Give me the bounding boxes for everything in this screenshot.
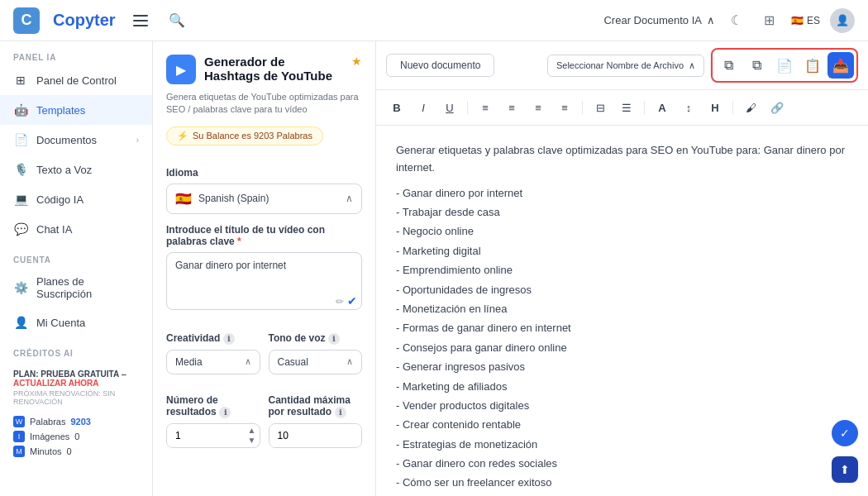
idioma-select[interactable]: 🇪🇸 Spanish (Spain) ∧ — [166, 184, 362, 214]
toolbar-divider-1 — [467, 101, 468, 114]
tool-title: Generador de Hashtags de YouTube — [204, 55, 343, 83]
header: C Copyter 🔍 Crear Documento IA ∧ ☾ ⊞ 🇪🇸 … — [0, 0, 868, 41]
list-item: - Ideas de negocios online — [396, 493, 848, 496]
file-selector[interactable]: Seleccionar Nombre de Archivo ∧ — [547, 55, 704, 77]
file-selector-label: Seleccionar Nombre de Archivo — [556, 60, 684, 70]
cantidad-info-icon[interactable]: ℹ — [335, 407, 346, 418]
sidebar-item-documentos[interactable]: 📄 Documentos › — [0, 125, 152, 155]
link-button[interactable]: 🔗 — [766, 97, 788, 118]
tono-select[interactable]: Casual ∧ — [269, 350, 363, 374]
idioma-value: Spanish (Spain) — [198, 193, 339, 204]
sidebar-item-texto-a-voz[interactable]: 🎙️ Texto a Voz — [0, 155, 152, 184]
sidebar-item-planes[interactable]: ⚙️ Planes de Suscripción — [0, 268, 152, 308]
plan-free-label: PLAN: — [13, 370, 41, 379]
align-right-button[interactable]: ≡ — [527, 97, 549, 118]
brush-button[interactable]: 🖌 — [740, 97, 761, 118]
search-icon: 🔍 — [169, 12, 185, 28]
planes-icon: ⚙️ — [13, 280, 28, 295]
align-center-button[interactable]: ≡ — [501, 97, 522, 118]
sidebar-item-panel-control[interactable]: ⊞ Panel de Control — [0, 65, 152, 95]
num-resultados-info-icon[interactable]: ℹ — [219, 407, 231, 418]
heading-button[interactable]: H — [704, 97, 726, 118]
sidebar-label-chat-ia: Chat IA — [36, 223, 139, 236]
line-height-button[interactable]: ↕ — [678, 97, 699, 118]
tool-icon: ▶ — [166, 55, 196, 84]
fab-up-button[interactable]: ⬆ — [832, 456, 858, 483]
editor-panel: Nuevo documento Seleccionar Nombre de Ar… — [376, 41, 868, 496]
new-document-tab[interactable]: Nuevo documento — [386, 54, 494, 77]
grid-button[interactable]: ⊞ — [758, 9, 781, 32]
crear-documento-button[interactable]: Crear Documento IA ∧ — [603, 14, 715, 26]
palabras-icon: W — [13, 416, 25, 427]
font-size-button[interactable]: A — [651, 97, 673, 118]
check-icon: ✔ — [347, 294, 357, 308]
creatividad-select[interactable]: Media ∧ — [166, 350, 260, 374]
doc-button-2[interactable]: 📋 — [799, 52, 826, 79]
download-button[interactable]: 📥 — [827, 52, 854, 79]
app-name: Copyter — [53, 11, 116, 30]
list-item: - Emprendimiento online — [396, 260, 848, 279]
copy-doc-button-1[interactable]: ⧉ — [715, 52, 742, 79]
unordered-list-button[interactable]: ☰ — [616, 97, 637, 118]
editor-top-bar: Nuevo documento Seleccionar Nombre de Ar… — [376, 41, 868, 90]
cantidad-input[interactable] — [269, 424, 362, 447]
num-resultados-label: Número de resultados ℹ — [166, 394, 260, 418]
cuenta-label: CUENTA — [0, 244, 152, 268]
creatividad-info-icon[interactable]: ℹ — [223, 333, 235, 345]
bold-button[interactable]: B — [386, 97, 408, 118]
align-justify-button[interactable]: ≡ — [554, 97, 575, 118]
crear-label: Crear Documento IA — [603, 14, 702, 26]
num-resultados-input[interactable] — [167, 424, 245, 447]
sidebar-item-chat-ia[interactable]: 💬 Chat IA — [0, 214, 152, 244]
chevron-up-icon: ∧ — [245, 356, 251, 367]
list-item: - Formas de ganar dinero en internet — [396, 318, 848, 337]
hamburger-icon — [130, 12, 151, 30]
search-button[interactable]: 🔍 — [165, 9, 188, 32]
plan-upgrade-button[interactable]: ACTUALIZAR AHORA — [13, 379, 99, 388]
ordered-list-button[interactable]: ⊟ — [589, 97, 611, 118]
cuenta-icon: 👤 — [13, 315, 28, 330]
num-resultados-down[interactable]: ▼ — [248, 436, 256, 446]
underline-button[interactable]: U — [439, 97, 460, 118]
fab-check-button[interactable]: ✓ — [832, 420, 858, 446]
user-avatar[interactable]: 👤 — [830, 8, 855, 33]
hamburger-menu[interactable] — [129, 9, 152, 32]
header-right: Crear Documento IA ∧ ☾ ⊞ 🇪🇸 ES 👤 — [603, 8, 855, 33]
editor-content[interactable]: Generar etiquetas y palabras clave optim… — [376, 126, 868, 496]
list-item: - Estrategias de monetización — [396, 435, 848, 454]
titulo-input[interactable] — [166, 252, 362, 310]
avatar-icon: 👤 — [836, 14, 849, 26]
chevron-up-icon: ∧ — [689, 60, 695, 71]
imagenes-value: 0 — [74, 432, 79, 441]
align-left-button[interactable]: ≡ — [475, 97, 496, 118]
sidebar-item-mi-cuenta[interactable]: 👤 Mi Cuenta — [0, 308, 152, 337]
dark-mode-button[interactable]: ☾ — [725, 9, 748, 32]
list-item: - Generar ingresos pasivos — [396, 357, 848, 376]
cantidad-col: Cantidad máxima por resultado ℹ — [269, 384, 363, 448]
imagenes-label: Imágenes — [30, 432, 69, 441]
num-cantidad-row: Número de resultados ℹ ▲ ▼ Cantidad máxi… — [166, 384, 362, 448]
tono-label: Tono de voz ℹ — [269, 332, 363, 345]
copy-doc-button-2[interactable]: ⧉ — [743, 52, 770, 79]
star-icon[interactable]: ★ — [351, 55, 362, 68]
sidebar-item-codigo-ia[interactable]: 💻 Código IA — [0, 184, 152, 214]
language-selector[interactable]: 🇪🇸 ES — [791, 15, 820, 26]
sidebar-label-codigo-ia: Código IA — [36, 193, 139, 206]
idioma-label: Idioma — [166, 167, 362, 179]
cantidad-input-wrap — [269, 423, 363, 448]
tono-info-icon[interactable]: ℹ — [328, 333, 340, 345]
tono-value: Casual — [278, 356, 308, 368]
imagenes-icon: I — [13, 431, 25, 442]
chevron-up-icon: ∧ — [707, 14, 715, 26]
list-item: - Trabajar desde casa — [396, 203, 848, 222]
list-item: - Monetización en línea — [396, 299, 848, 318]
doc-button-1[interactable]: 📄 — [771, 52, 798, 79]
plan-free-badge: PRUEBA GRATUITA — [41, 370, 119, 379]
italic-button[interactable]: I — [413, 97, 434, 118]
flag-icon: 🇪🇸 — [791, 15, 804, 26]
num-resultados-up[interactable]: ▲ — [248, 426, 256, 436]
creatividad-tono-row: Creatividad ℹ Media ∧ Tono de voz ℹ Casu… — [166, 322, 362, 374]
cantidad-label: Cantidad máxima por resultado ℹ — [269, 394, 363, 418]
credit-minutos: M Minutos 0 — [0, 444, 152, 459]
sidebar-item-templates[interactable]: 🤖 Templates — [0, 95, 152, 125]
